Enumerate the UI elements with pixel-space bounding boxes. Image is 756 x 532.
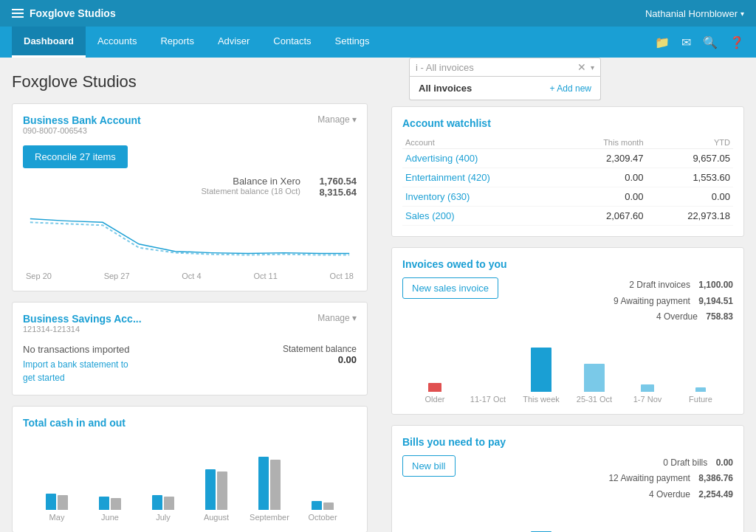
bank-account-number: 090-8007-006543 (23, 126, 141, 135)
watchlist-row-entertainment: Entertainment (420) 0.00 1,553.60 (402, 168, 733, 187)
draft-invoices-row: 2 Draft invoices 1,100.00 (614, 277, 733, 294)
inv-bar-thisweek (531, 348, 551, 392)
inv-label-older: Older (408, 395, 461, 404)
watchlist-row-advertising: Advertising (400) 2,309.47 9,657.05 (402, 149, 733, 168)
user-dropdown-icon[interactable]: ▾ (740, 10, 744, 18)
search-input[interactable] (416, 62, 573, 73)
cash-card-title: Total cash in and out (23, 417, 357, 429)
reconcile-button[interactable]: Reconcile 27 items (23, 145, 128, 168)
cash-card: Total cash in and out (12, 406, 368, 532)
cash-label-june: June (83, 513, 137, 522)
savings-no-transactions: No transactions imported Import a bank s… (23, 344, 130, 384)
bar-gray-june (111, 498, 121, 510)
hamburger-icon[interactable] (12, 9, 24, 18)
bar-blue-may (46, 494, 56, 510)
invoices-card: Invoices owed to you New sales invoice 2… (391, 247, 744, 415)
chart-label-oct4: Oct 4 (182, 272, 201, 280)
page-title: Foxglove Studios (12, 72, 368, 91)
bank-card-header: Business Bank Account 090-8007-006543 Ma… (23, 114, 357, 142)
bank-account-title[interactable]: Business Bank Account (23, 114, 141, 126)
inv-label-25-31: 25-31 Oct (568, 395, 621, 404)
chart-label-sep20: Sep 20 (26, 272, 52, 280)
import-link[interactable]: Import a bank statement toget started (23, 358, 130, 384)
col-this-month: This month (564, 137, 646, 149)
savings-card-header: Business Savings Acc... 121314-121314 Ma… (23, 313, 357, 341)
search-dropdown: ✕ ▾ All invoices + Add new (409, 58, 601, 100)
search-icon[interactable]: 🔍 (703, 35, 718, 49)
search-dropdown-arrow-icon[interactable]: ▾ (591, 63, 594, 72)
col-account: Account (402, 137, 564, 149)
bar-group-may (30, 494, 83, 510)
watchlist-table: Account This month YTD Advertising (400)… (402, 137, 733, 226)
bar-gray-may (58, 495, 68, 510)
bills-stats: 0 Draft bills 0.00 12 Awaiting payment 8… (608, 455, 733, 503)
nav-icons: 📁 ✉ 🔍 ❓ (655, 27, 744, 58)
inv-bar-older-red (428, 383, 441, 392)
inv-future (674, 387, 727, 392)
nav-items: Dashboard Accounts Reports Adviser Conta… (12, 27, 382, 58)
folder-icon[interactable]: 📁 (655, 35, 670, 49)
help-icon[interactable]: ❓ (729, 35, 744, 49)
savings-title-area: Business Savings Acc... 121314-121314 (23, 313, 142, 341)
col-ytd: YTD (647, 137, 733, 149)
bar-group-august (190, 469, 243, 510)
new-bill-button[interactable]: New bill (402, 455, 456, 477)
savings-account-title[interactable]: Business Savings Acc... (23, 313, 142, 325)
bar-blue-july (152, 495, 162, 510)
search-clear-icon[interactable]: ✕ (577, 61, 586, 73)
watchlist-row-sales: Sales (200) 2,067.60 22,973.18 (402, 207, 733, 226)
nav-item-dashboard[interactable]: Dashboard (12, 27, 86, 58)
overdue-invoices-row: 4 Overdue 758.83 (614, 309, 733, 325)
nav-item-adviser[interactable]: Adviser (206, 27, 261, 58)
nav-item-settings[interactable]: Settings (323, 27, 382, 58)
bank-chart-labels: Sep 20 Sep 27 Oct 4 Oct 11 Oct 18 (23, 272, 357, 280)
cash-label-october: October (296, 513, 349, 522)
watchlist-header-row: Account This month YTD (402, 137, 733, 149)
add-new-link[interactable]: + Add new (550, 83, 591, 94)
bar-gray-sep (270, 460, 281, 510)
cash-chart-labels: May June July August September October (23, 510, 357, 522)
search-results: All invoices + Add new (409, 77, 601, 100)
invoices-title: Invoices owed to you (402, 258, 733, 270)
bar-gray-aug (217, 471, 227, 510)
user-name: Nathanial Hornblower (645, 8, 738, 19)
watchlist-row-inventory: Inventory (630) 0.00 0.00 (402, 187, 733, 207)
invoices-top-row: New sales invoice 2 Draft invoices 1,100… (402, 277, 733, 325)
bank-account-card: Business Bank Account 090-8007-006543 Ma… (12, 103, 368, 291)
invoices-stats: 2 Draft invoices 1,100.00 9 Awaiting pay… (614, 277, 733, 325)
cash-label-july: July (137, 513, 190, 522)
search-result-label: All invoices (419, 83, 472, 94)
bills-card: Bills you need to pay New bill 0 Draft b… (391, 425, 744, 532)
balance-values: 1,760.54 8,315.64 (312, 176, 357, 198)
balance-row: Balance in Xero Statement balance (18 Oc… (23, 176, 357, 198)
cash-label-may: May (30, 513, 83, 522)
inv-older (408, 383, 461, 392)
bar-blue-aug (205, 469, 216, 510)
cash-label-september: September (243, 513, 296, 522)
savings-account-number: 121314-121314 (23, 325, 142, 334)
chart-label-oct18: Oct 18 (330, 272, 354, 280)
mail-icon[interactable]: ✉ (681, 35, 691, 49)
nav-item-accounts[interactable]: Accounts (86, 27, 148, 58)
bank-manage-button[interactable]: Manage ▾ (317, 114, 357, 125)
savings-manage-button[interactable]: Manage ▾ (317, 313, 357, 323)
inv-label-future: Future (674, 395, 727, 404)
left-panel: Foxglove Studios Business Bank Account 0… (0, 58, 379, 532)
search-result-all-invoices[interactable]: All invoices + Add new (410, 77, 600, 100)
nav-item-reports[interactable]: Reports (148, 27, 206, 58)
new-sales-invoice-button[interactable]: New sales invoice (402, 277, 498, 299)
awaiting-invoices-row: 9 Awaiting payment 9,194.51 (614, 294, 733, 310)
inv-label-this-week: This week (515, 395, 568, 404)
awaiting-bills-row: 12 Awaiting payment 8,386.76 (608, 471, 733, 487)
bar-blue-sep (258, 457, 269, 510)
bills-bars (402, 509, 733, 532)
user-menu[interactable]: Nathanial Hornblower ▾ (645, 8, 744, 19)
cash-label-august: August (190, 513, 243, 522)
inv-chart-labels: Older 11-17 Oct This week 25-31 Oct 1-7 … (402, 392, 733, 404)
bank-chart-svg (23, 204, 357, 270)
inv-bar-future (695, 387, 706, 392)
inv-25-31 (568, 364, 621, 392)
bar-group-july (137, 495, 190, 510)
nav-item-contacts[interactable]: Contacts (261, 27, 323, 58)
inv-label-1-7-nov: 1-7 Nov (621, 395, 674, 404)
